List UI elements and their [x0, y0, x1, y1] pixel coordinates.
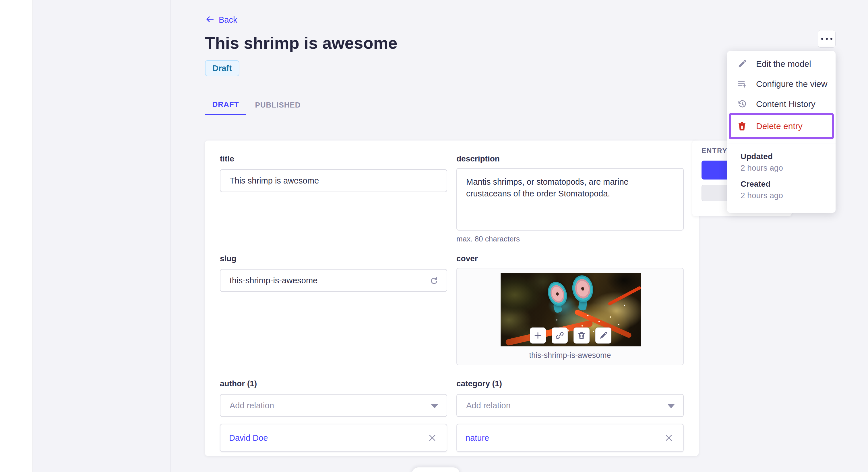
- trash-icon: [737, 121, 747, 132]
- edit-asset-button[interactable]: [595, 328, 611, 343]
- history-clock-icon: [737, 99, 747, 109]
- close-icon: [665, 434, 673, 442]
- menu-item-edit-the-model[interactable]: Edit the model: [727, 54, 836, 74]
- tab-published[interactable]: PUBLISHED: [253, 95, 303, 115]
- status-badge: Draft: [205, 60, 239, 76]
- add-asset-button[interactable]: [530, 328, 546, 343]
- created-label: Created: [741, 179, 770, 189]
- subnav-panel: [33, 0, 170, 472]
- back-label: Back: [219, 15, 237, 25]
- title-input-value: This shrimp is awesome: [229, 176, 319, 186]
- edit-form-card: title This shrimp is awesome description…: [205, 140, 699, 456]
- slug-input-value: this-shrimp-is-awesome: [229, 276, 317, 285]
- category-placeholder: Add relation: [466, 401, 510, 410]
- trash-icon: [577, 331, 586, 340]
- author-placeholder: Add relation: [229, 401, 274, 410]
- category-relation-combobox[interactable]: Add relation: [456, 394, 684, 417]
- author-relation-link[interactable]: David Doe: [229, 433, 268, 443]
- slug-field-label: slug: [220, 254, 447, 263]
- description-value: Mantis shrimps, or stomatopods, are mari…: [466, 176, 664, 200]
- author-relation-item: David Doe: [220, 424, 447, 452]
- pencil-icon: [599, 331, 608, 340]
- cover-field-box: this-shrimp-is-awesome: [456, 268, 684, 365]
- updated-value: 2 hours ago: [741, 164, 783, 173]
- back-arrow-icon: [205, 15, 215, 25]
- pencil-icon: [737, 59, 747, 69]
- plus-icon: [534, 331, 542, 340]
- title-input[interactable]: This shrimp is awesome: [220, 169, 447, 192]
- description-field-label: description: [456, 154, 684, 164]
- slug-input[interactable]: this-shrimp-is-awesome: [220, 269, 447, 292]
- entry-panel-label: ENTRY: [702, 147, 727, 155]
- refresh-icon: [429, 276, 439, 286]
- cover-filename-caption: this-shrimp-is-awesome: [457, 351, 683, 360]
- menu-item-label: Delete entry: [756, 121, 803, 131]
- close-icon: [429, 434, 436, 442]
- author-field-label: author (1): [220, 379, 447, 388]
- category-relation-link[interactable]: nature: [466, 433, 489, 443]
- category-field-label: category (1): [456, 379, 684, 388]
- regenerate-slug-button[interactable]: [428, 275, 440, 287]
- menu-item-label: Configure the view: [756, 79, 827, 89]
- more-actions-menu: Edit the model Configure the view Conten…: [727, 51, 836, 213]
- chevron-down-icon: [668, 404, 675, 408]
- menu-item-configure-the-view[interactable]: Configure the view: [727, 74, 836, 94]
- created-value: 2 hours ago: [741, 191, 783, 200]
- menu-divider: [727, 143, 836, 143]
- category-relation-item: nature: [456, 424, 684, 452]
- remove-category-relation-button[interactable]: [663, 432, 675, 444]
- cover-field-label: cover: [456, 254, 684, 263]
- author-relation-combobox[interactable]: Add relation: [220, 394, 447, 417]
- delete-asset-button[interactable]: [574, 328, 590, 343]
- description-textarea[interactable]: Mantis shrimps, or stomatopods, are mari…: [456, 168, 684, 231]
- updated-label: Updated: [741, 152, 773, 161]
- workspace-rail: [0, 0, 33, 472]
- menu-item-label: Edit the model: [756, 59, 811, 69]
- menu-item-delete-entry[interactable]: Delete entry: [727, 116, 836, 136]
- link-icon: [555, 331, 564, 340]
- copy-link-button[interactable]: [552, 328, 568, 343]
- back-button[interactable]: Back: [205, 15, 237, 25]
- remove-author-relation-button[interactable]: [427, 432, 438, 444]
- chevron-down-icon: [431, 404, 438, 408]
- description-helper: max. 80 characters: [456, 235, 684, 243]
- menu-item-content-history[interactable]: Content History: [727, 94, 836, 114]
- floating-action-bar[interactable]: [412, 467, 460, 472]
- more-actions-button[interactable]: [818, 30, 836, 47]
- cover-image-mantis-shrimp: [501, 273, 641, 346]
- tab-draft[interactable]: DRAFT: [205, 95, 246, 115]
- title-field-label: title: [220, 154, 447, 164]
- shrimp-speckles: [501, 273, 641, 346]
- menu-item-label: Content History: [756, 99, 815, 109]
- page-title: This shrimp is awesome: [205, 33, 397, 53]
- list-plus-icon: [737, 78, 747, 90]
